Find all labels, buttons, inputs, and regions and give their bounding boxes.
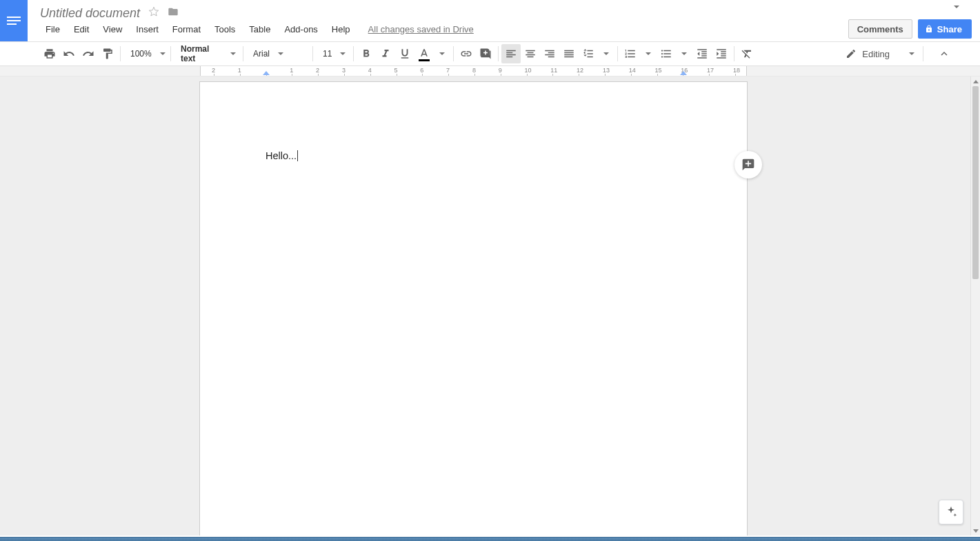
line-spacing-button[interactable] xyxy=(579,44,598,63)
menu-edit[interactable]: Edit xyxy=(68,23,94,36)
clear-formatting-button[interactable] xyxy=(737,44,757,63)
editing-mode-label: Editing xyxy=(862,49,890,59)
menu-view[interactable]: View xyxy=(97,23,128,36)
font-select[interactable]: Arial xyxy=(246,44,310,63)
zoom-select[interactable]: 100% xyxy=(123,44,168,63)
undo-button[interactable] xyxy=(59,44,79,63)
align-left-button[interactable] xyxy=(501,44,521,63)
menu-insert[interactable]: Insert xyxy=(130,23,164,36)
document-body-text[interactable]: Hello... xyxy=(266,149,681,164)
menu-addons[interactable]: Add-ons xyxy=(279,23,323,36)
more-menu-icon[interactable] xyxy=(954,6,959,8)
menu-format[interactable]: Format xyxy=(167,23,206,36)
title-area: Untitled document File Edit View Insert … xyxy=(28,0,980,41)
svg-rect-0 xyxy=(7,17,21,18)
scroll-down-button[interactable] xyxy=(971,526,980,535)
document-canvas[interactable]: Hello... xyxy=(0,76,970,535)
ruler-active-area[interactable]: 21123456789101112131415161718 xyxy=(200,66,747,76)
header: Untitled document File Edit View Insert … xyxy=(0,0,980,41)
pencil-icon xyxy=(846,48,857,59)
menu-tools[interactable]: Tools xyxy=(209,23,241,36)
vertical-scrollbar[interactable] xyxy=(970,76,980,535)
add-comment-float-button[interactable] xyxy=(734,151,762,178)
svg-rect-2 xyxy=(7,23,17,25)
bold-button[interactable] xyxy=(357,44,376,63)
horizontal-ruler[interactable]: 21123456789101112131415161718 xyxy=(0,66,980,76)
comments-button[interactable]: Comments xyxy=(848,19,912,39)
ruler-right-margin xyxy=(747,66,980,76)
font-size-select[interactable]: 11 xyxy=(316,44,350,63)
align-right-button[interactable] xyxy=(540,44,559,63)
star-icon[interactable] xyxy=(148,6,159,20)
toolbar: 100% Normal text Arial 11 Editing xyxy=(0,41,980,66)
increase-indent-button[interactable] xyxy=(712,44,731,63)
document-page[interactable]: Hello... xyxy=(200,82,747,535)
bulleted-list-dropdown[interactable] xyxy=(676,52,692,55)
docs-home-icon[interactable] xyxy=(0,0,28,41)
paragraph-style-select[interactable]: Normal text xyxy=(174,44,240,63)
document-title[interactable]: Untitled document xyxy=(40,6,140,21)
text-color-button[interactable] xyxy=(414,44,434,63)
add-comment-button[interactable] xyxy=(476,44,495,63)
comment-plus-icon xyxy=(741,158,755,172)
share-button[interactable]: Share xyxy=(918,19,972,39)
paint-format-button[interactable] xyxy=(98,44,117,63)
menu-file[interactable]: File xyxy=(40,23,66,36)
align-justify-button[interactable] xyxy=(559,44,579,63)
italic-button[interactable] xyxy=(376,44,395,63)
share-label: Share xyxy=(937,24,962,34)
save-status[interactable]: All changes saved in Drive xyxy=(368,24,474,34)
svg-rect-1 xyxy=(7,20,21,21)
decrease-indent-button[interactable] xyxy=(692,44,712,63)
bulleted-list-button[interactable] xyxy=(657,44,676,63)
ruler-left-margin xyxy=(0,66,200,76)
numbered-list-button[interactable] xyxy=(621,44,640,63)
scroll-thumb[interactable] xyxy=(972,86,979,279)
menubar: File Edit View Insert Format Tools Table… xyxy=(40,21,980,37)
numbered-list-dropdown[interactable] xyxy=(640,52,657,55)
underline-button[interactable] xyxy=(395,44,414,63)
align-center-button[interactable] xyxy=(521,44,540,63)
move-folder-icon[interactable] xyxy=(168,6,179,20)
scroll-up-button[interactable] xyxy=(971,76,980,86)
redo-button[interactable] xyxy=(79,44,98,63)
explore-button[interactable] xyxy=(939,500,963,524)
collapse-toolbar-button[interactable] xyxy=(934,44,954,63)
print-button[interactable] xyxy=(40,44,59,63)
window-bottom-border xyxy=(0,537,980,541)
editing-mode-select[interactable]: Editing xyxy=(840,44,920,63)
text-color-dropdown[interactable] xyxy=(434,52,450,55)
right-indent-marker[interactable] xyxy=(680,71,687,75)
menu-help[interactable]: Help xyxy=(326,23,356,36)
text-cursor xyxy=(297,150,298,161)
explore-icon xyxy=(944,505,958,519)
left-indent-marker[interactable] xyxy=(263,71,270,75)
menu-table[interactable]: Table xyxy=(243,23,276,36)
line-spacing-dropdown[interactable] xyxy=(598,52,614,55)
insert-link-button[interactable] xyxy=(457,44,476,63)
lock-icon xyxy=(925,24,933,34)
text-color-indicator xyxy=(419,59,430,61)
